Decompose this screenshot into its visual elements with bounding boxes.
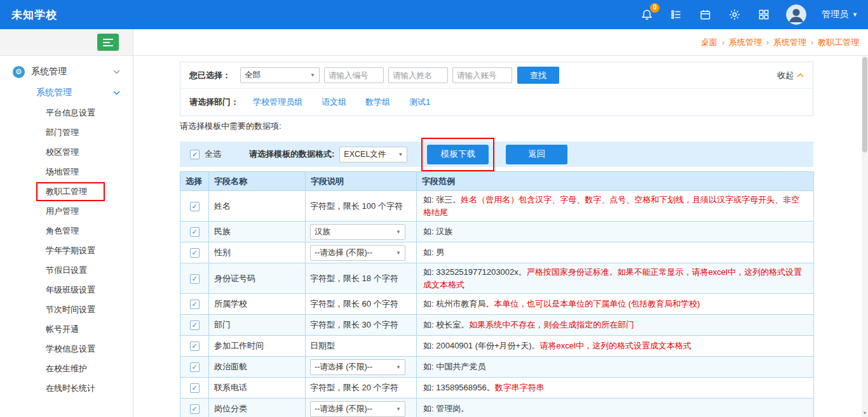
field-example-cell: 如: 33252519771203002x。严格按国家身份证标准。如果不能正常显… [417,263,814,294]
table-row: ✓性别--请选择 (不限)--▼如: 男 [180,242,814,263]
collapse-toggle[interactable]: 收起 [777,70,804,81]
template-download-button[interactable]: 模板下载 [427,145,489,164]
scrollbar-down-arrow[interactable]: ▼ [862,409,868,417]
sidebar-subgroup-system[interactable]: 系统管理 [0,83,133,103]
row-checkbox[interactable]: ✓ [190,341,200,351]
calendar-icon[interactable] [698,8,712,22]
gear-icon[interactable] [728,8,742,22]
checkbox-cell: ✓ [180,336,209,357]
sidebar-item[interactable]: 用户管理 [0,201,133,221]
row-checkbox[interactable]: ✓ [190,248,200,258]
sidebar-item-label: 场地管理 [46,162,79,182]
row-checkbox[interactable]: ✓ [190,321,200,330]
field-desc-select[interactable]: --请选择 (不限)--▼ [310,245,405,261]
row-checkbox[interactable]: ✓ [190,300,200,309]
sidebar-item[interactable]: 年级班级设置 [0,280,133,300]
sidebar-toggle-button[interactable] [97,34,119,51]
sidebar: ⚙ 系统管理 系统管理 平台信息设置部门管理校区管理场地管理教职工管理用户管理角… [0,56,133,417]
checkbox-cell: ✓ [180,294,209,315]
field-example-cell: 如: 汉族 [417,222,814,242]
example-text: 如: 中国共产党员 [423,362,485,371]
breadcrumb-item[interactable]: 桌面 [701,37,717,48]
filter-type-select[interactable]: 全部 ▼ [240,67,320,83]
field-name-cell: 部门 [209,315,306,336]
main-content: 您已选择： 全部 ▼ 查找 收起 请选择部门： 学校管理员组语文组数学组测试1 … [133,56,868,417]
department-link[interactable]: 测试1 [409,96,430,108]
column-header: 字段说明 [306,172,417,191]
chevron-down-icon: ▼ [396,406,401,412]
field-desc-select[interactable]: --请选择 (不限)--▼ [310,359,405,375]
grid-icon[interactable] [757,8,771,22]
user-menu[interactable]: 管理员 ▼ [822,9,858,20]
chevron-down-icon [113,70,120,74]
row-checkbox[interactable]: ✓ [190,227,200,237]
department-link[interactable]: 语文组 [322,96,346,108]
format-select[interactable]: EXCEL文件 ▼ [339,147,407,162]
field-example-cell: 如: 中国共产党员 [417,357,814,378]
vertical-scrollbar[interactable]: ▼ [862,56,868,417]
checkbox-cell: ✓ [180,263,209,294]
filter-input-1[interactable] [388,67,448,83]
list-icon[interactable] [669,8,683,22]
field-desc-select[interactable]: 汉族▼ [310,224,405,240]
row-checkbox[interactable]: ✓ [190,362,200,372]
filter-inputs [320,67,512,83]
sidebar-item-label: 教职工管理 [36,182,105,201]
scrollbar-thumb[interactable] [862,57,867,152]
sidebar-group-system[interactable]: ⚙ 系统管理 [0,61,133,83]
sidebar-item[interactable]: 教职工管理 [0,182,133,201]
sidebar-item[interactable]: 帐号开通 [0,319,133,339]
sidebar-item[interactable]: 场地管理 [0,162,133,182]
field-desc-select-value: --请选择 (不限)-- [315,404,372,414]
checkbox-cell: ✓ [180,222,209,242]
subbar: 桌面›系统管理›系统管理›教职工管理 [0,29,868,56]
template-toolbar: ✓ 全选 请选择模板的数据格式: EXCEL文件 ▼ 模板下载 返回 [180,142,813,167]
sidebar-item[interactable]: 平台信息设置 [0,103,133,122]
sidebar-item-label: 在校生维护 [46,359,87,378]
checkbox-cell: ✓ [180,242,209,263]
sidebar-item[interactable]: 在线时长统计 [0,378,133,398]
table-row: ✓参加工作时间日期型如: 20040901 (年份+月份+天)。请将excel中… [180,336,814,357]
table-row: ✓岗位分类--请选择 (不限)--▼如: 管理岗。 [180,399,814,417]
breadcrumb-item[interactable]: 系统管理 [729,37,762,48]
avatar[interactable] [786,4,806,25]
breadcrumb-item[interactable]: 系统管理 [773,37,806,48]
department-link[interactable]: 数学组 [365,96,390,108]
row-checkbox[interactable]: ✓ [190,383,200,393]
select-all-label: 全选 [205,149,221,160]
sidebar-item[interactable]: 在校生维护 [0,359,133,378]
row-checkbox[interactable]: ✓ [190,404,200,414]
filter-input-0[interactable] [324,67,384,83]
row-checkbox[interactable]: ✓ [190,274,200,284]
field-example-cell: 如: 张三。姓名（曾用名）包含汉字、字母、数字、点号、空格和下划线，且须以汉字或… [417,191,814,222]
sidebar-item-label: 角色管理 [46,221,79,241]
example-note-red: 本单位，也可以是本单位的下属单位 (包括教育局和学校) [494,299,700,308]
search-button[interactable]: 查找 [517,67,559,84]
checkbox-cell: ✓ [180,357,209,378]
table-row: ✓部门字符型，限长 30 个字符如: 校长室。如果系统中不存在，则会生成指定的所… [180,315,814,336]
department-link[interactable]: 学校管理员组 [253,96,302,108]
department-links: 学校管理员组语文组数学组测试1 [253,96,430,108]
field-desc-cell: 字符型，限长 18 个字符 [306,263,417,294]
field-example-cell: 如: 男 [417,242,814,263]
field-desc-select[interactable]: --请选择 (不限)--▼ [310,401,405,417]
breadcrumb-separator: › [766,38,769,47]
sidebar-item[interactable]: 节次时间设置 [0,300,133,319]
sidebar-item-label: 学校信息设置 [46,339,95,359]
row-checkbox[interactable]: ✓ [190,202,200,211]
bell-icon[interactable]: 0 [640,8,654,22]
back-button[interactable]: 返回 [506,145,567,164]
field-desc-select-value: 汉族 [315,227,330,237]
filter-input-2[interactable] [452,67,512,83]
select-all-checkbox[interactable]: ✓ [190,150,200,159]
sidebar-item[interactable]: 角色管理 [0,221,133,241]
chevron-down-icon: ▼ [398,152,403,157]
chevron-down-icon: ▼ [396,250,401,256]
sidebar-item[interactable]: 校区管理 [0,142,133,162]
example-text: 如: 管理岗。 [423,404,469,413]
sidebar-item[interactable]: 节假日设置 [0,260,133,280]
sidebar-item[interactable]: 部门管理 [0,122,133,142]
field-desc-cell: 汉族▼ [306,222,417,242]
sidebar-item[interactable]: 学校信息设置 [0,339,133,359]
sidebar-item[interactable]: 学年学期设置 [0,241,133,260]
